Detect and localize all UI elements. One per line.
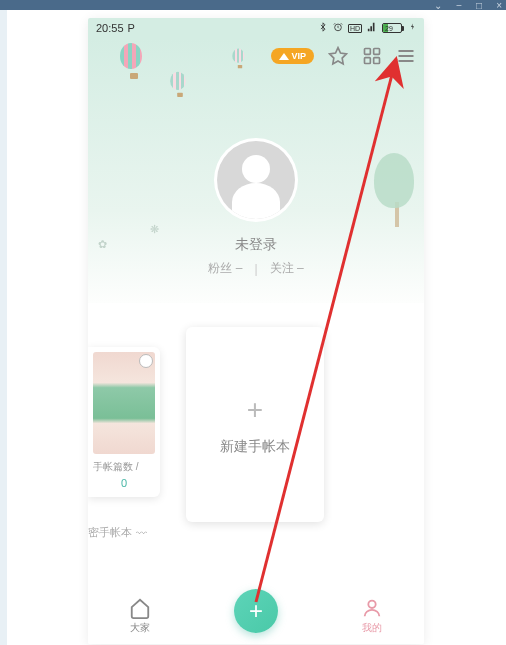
signal-icon — [367, 22, 377, 34]
status-p-indicator: P — [128, 22, 135, 34]
tree-decoration — [374, 153, 420, 225]
home-icon — [129, 597, 151, 619]
top-toolbar: VIP — [271, 46, 416, 66]
svg-rect-4 — [374, 58, 380, 64]
window-maximize[interactable]: □ — [476, 0, 482, 11]
svg-point-8 — [368, 601, 375, 608]
nav-home-label: 大家 — [130, 621, 150, 635]
outer-container: 20:55 P HD 29 — [0, 10, 506, 645]
alarm-icon — [333, 22, 343, 34]
bluetooth-icon — [318, 22, 328, 34]
battery-indicator: 29 — [382, 23, 404, 33]
plus-icon: + — [247, 394, 263, 426]
username-label[interactable]: 未登录 — [235, 236, 277, 254]
nav-profile-label: 我的 — [362, 621, 382, 635]
nav-profile[interactable]: 我的 — [361, 597, 383, 635]
notebooks-area: 手帐篇数 / 0 + 新建手帐本 密手帐本 〰 — [88, 303, 424, 578]
balloon-decoration — [120, 43, 148, 81]
svg-rect-2 — [374, 49, 380, 55]
notebook-badge-icon — [139, 354, 153, 368]
fans-stat[interactable]: 粉丝 – — [208, 260, 242, 277]
dandelion-decoration: ✿ — [98, 238, 107, 251]
window-titlebar: ⌄ − □ × — [0, 0, 506, 10]
phone-screen: 20:55 P HD 29 — [88, 18, 424, 644]
new-notebook-button[interactable]: + 新建手帐本 — [186, 327, 324, 522]
avatar[interactable] — [214, 138, 298, 222]
vip-badge[interactable]: VIP — [271, 48, 314, 64]
status-bar: 20:55 P HD 29 — [88, 18, 424, 38]
left-strip — [0, 10, 7, 645]
notebook-card[interactable]: 手帐篇数 / 0 — [88, 347, 160, 497]
wave-icon: 〰 — [136, 527, 147, 539]
window-dropdown[interactable]: ⌄ — [434, 0, 442, 11]
stats-divider: | — [254, 262, 257, 276]
window-minimize[interactable]: − — [456, 0, 462, 11]
profile-icon — [361, 597, 383, 619]
bottom-nav: 大家 + 我的 — [88, 588, 424, 644]
svg-rect-3 — [365, 58, 371, 64]
profile-header: ✿ ❋ VIP 未登录 粉 — [88, 38, 424, 303]
notebook-thumbnail — [93, 352, 155, 454]
plus-icon: + — [249, 597, 263, 625]
hd-icon: HD — [348, 24, 362, 33]
balloon-decoration — [170, 72, 190, 99]
dandelion-decoration: ❋ — [150, 223, 159, 236]
new-notebook-label: 新建手帐本 — [220, 438, 290, 456]
nav-home[interactable]: 大家 — [129, 597, 151, 635]
notebook-stat-label: 手帐篇数 / — [93, 460, 155, 474]
grid-icon[interactable] — [362, 46, 382, 66]
secret-notebook-label[interactable]: 密手帐本 〰 — [88, 525, 147, 540]
status-time: 20:55 — [96, 22, 124, 34]
following-stat[interactable]: 关注 – — [270, 260, 304, 277]
notebook-stat-count: 0 — [93, 477, 155, 489]
nav-add-button[interactable]: + — [234, 589, 278, 633]
svg-rect-1 — [365, 49, 371, 55]
hamburger-menu-icon[interactable] — [396, 46, 416, 66]
follow-stats: 粉丝 – | 关注 – — [208, 260, 303, 277]
charging-icon — [409, 22, 416, 34]
window-close[interactable]: × — [496, 0, 502, 11]
star-icon[interactable] — [328, 46, 348, 66]
balloon-decoration — [232, 49, 247, 70]
